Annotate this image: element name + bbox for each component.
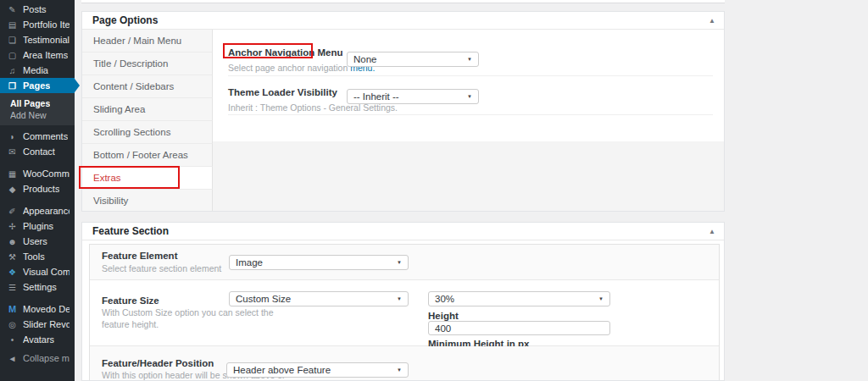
tab-sliding-area[interactable]: Sliding Area [82, 98, 213, 121]
sidebar-item-label: Tools [23, 251, 45, 262]
visual-composer-icon: ❖ [7, 268, 18, 277]
sidebar-item-label: Testimonial Items [23, 35, 70, 45]
sidebar-item-label: Appearance [23, 206, 70, 216]
tab-bottom-footer-areas[interactable]: Bottom / Footer Areas [82, 144, 213, 167]
submenu-item-add-new[interactable]: Add New [0, 109, 75, 121]
dropdown-caret-icon: ▼ [598, 296, 604, 301]
sidebar-item-label: Area Items [23, 50, 68, 60]
page-options-panel: Page Options ▲ Header / Main Menu Title … [81, 11, 725, 212]
submenu-item-label: All Pages [10, 98, 50, 108]
sidebar-item-visual-composer[interactable]: ❖Visual Composer [0, 264, 75, 279]
sidebar-item-label: Contact [23, 146, 55, 157]
wrench-icon: ⚒ [7, 252, 18, 262]
sidebar-item-pages[interactable]: ❐Pages [0, 78, 75, 93]
dropdown-caret-icon: ▼ [467, 57, 472, 62]
sidebar-item-label: Avatars [23, 334, 54, 345]
feature-element-desc: Select feature section element [102, 263, 221, 273]
sidebar-item-label: Slider Revolution [23, 319, 70, 329]
feature-element-row: Feature Element Select feature section e… [90, 245, 719, 280]
tab-content-sidebars[interactable]: Content / Sidebars [82, 75, 213, 98]
dropdown-caret-icon: ▼ [397, 367, 402, 373]
sidebar-item-portfolio-items[interactable]: ▤Portfolio Items [0, 17, 75, 32]
document-icon: ▢ [7, 51, 18, 60]
sidebar-item-tools[interactable]: ⚒Tools [0, 249, 75, 264]
sidebar-item-appearance[interactable]: ✐Appearance [0, 203, 75, 218]
submenu-item-all-pages[interactable]: All Pages [0, 97, 75, 109]
pages-submenu: All Pages Add New [0, 93, 75, 125]
media-icon: ♫ [7, 66, 18, 75]
collapse-menu-label: Collapse menu [23, 353, 70, 363]
page-options-header[interactable]: Page Options ▲ [82, 12, 724, 30]
feature-size-desc: With Custom Size option you can select t… [102, 307, 281, 330]
product-box-icon: ◆ [7, 185, 18, 194]
sidebar-item-settings[interactable]: ☰Settings [0, 279, 75, 295]
sidebar-item-label: Comments [23, 131, 68, 141]
sidebar-item-label: Visual Composer [23, 267, 70, 277]
sidebar-item-label: Posts [23, 4, 47, 14]
portfolio-icon: ▤ [7, 20, 18, 30]
feature-section-header[interactable]: Feature Section ▲ [82, 223, 724, 240]
wordpress-admin-screen: ✎Posts ▤Portfolio Items ❏Testimonial Ite… [0, 0, 868, 381]
field-divider [228, 75, 713, 76]
sidebar-item-testimonial-items[interactable]: ❏Testimonial Items [0, 32, 75, 47]
feature-element-select[interactable]: Image▼ [229, 255, 409, 270]
tab-scrolling-sections[interactable]: Scrolling Sections [82, 121, 213, 144]
tab-visibility[interactable]: Visibility [82, 190, 213, 212]
tab-extras[interactable]: Extras [82, 167, 213, 190]
feature-height-input[interactable] [428, 321, 610, 335]
testimonial-icon: ❏ [7, 36, 18, 45]
settings-icon: ☰ [7, 283, 18, 292]
anchor-navigation-menu-select[interactable]: None▼ [347, 52, 479, 67]
sidebar-item-users[interactable]: ☻Users [0, 234, 75, 249]
collapse-menu-button[interactable]: ◄Collapse menu [0, 351, 75, 366]
menu-separator [0, 295, 75, 301]
sidebar-item-label: Users [23, 236, 47, 246]
panel-title: Feature Section [92, 225, 169, 237]
sidebar-item-label: Settings [23, 282, 57, 292]
sidebar-item-woocommerce[interactable]: ▦WooCommerce [0, 166, 75, 181]
panel-title: Page Options [92, 14, 158, 26]
theme-loader-visibility-select[interactable]: -- Inherit --▼ [347, 89, 479, 104]
feature-header-position-row: Feature/Header Position With this option… [90, 346, 719, 381]
pushpin-icon: ✎ [7, 5, 18, 14]
sidebar-item-movedo-demos[interactable]: MMovedo Demos [0, 301, 75, 317]
sidebar-item-slider-revolution[interactable]: ◎Slider Revolution [0, 317, 75, 332]
sidebar-item-label: Products [23, 184, 59, 194]
sidebar-item-plugins[interactable]: ✢Plugins [0, 218, 75, 234]
movedo-logo-icon: M [7, 304, 18, 314]
field-divider [228, 114, 713, 115]
feature-size-percent-select[interactable]: 30%▼ [428, 291, 610, 306]
collapse-arrow-icon: ◄ [7, 354, 18, 363]
sidebar-item-products[interactable]: ◆Products [0, 181, 75, 196]
feature-size-mode-select[interactable]: Custom Size▼ [229, 291, 409, 306]
sidebar-item-comments[interactable]: ◗Comments [0, 129, 75, 144]
admin-sidebar: ✎Posts ▤Portfolio Items ❏Testimonial Ite… [0, 0, 75, 381]
feature-header-position-select[interactable]: Header above Feature▼ [226, 362, 409, 378]
sidebar-item-label: Portfolio Items [23, 19, 70, 30]
height-label: Height [428, 311, 459, 321]
tab-title-description[interactable]: Title / Description [82, 52, 213, 75]
dropdown-caret-icon: ▼ [397, 260, 402, 265]
feature-header-position-label: Feature/Header Position [102, 358, 214, 368]
dropdown-caret-icon: ▼ [397, 296, 402, 301]
collapse-panel-icon[interactable]: ▲ [709, 12, 715, 30]
feature-section-fields-container: Feature Element Select feature section e… [89, 244, 720, 381]
sidebar-item-media[interactable]: ♫Media [0, 63, 75, 78]
previous-panel-edge [81, 0, 725, 3]
active-menu-arrow [75, 79, 80, 92]
sidebar-item-avatars[interactable]: •Avatars [0, 332, 75, 347]
envelope-icon: ✉ [7, 147, 18, 157]
menu-separator [0, 196, 75, 203]
slider-revolution-icon: ◎ [7, 320, 18, 329]
theme-loader-visibility-label: Theme Loader Visibility [228, 87, 337, 97]
feature-size-row: Custom Size▼ 30%▼ Feature Size With Cust… [90, 280, 719, 346]
sidebar-item-posts[interactable]: ✎Posts [0, 2, 75, 17]
collapse-panel-icon[interactable]: ▲ [709, 223, 715, 240]
sidebar-item-contact[interactable]: ✉Contact [0, 144, 75, 159]
sidebar-item-label: Plugins [23, 221, 53, 231]
sidebar-item-label: Pages [23, 80, 50, 91]
pages-icon: ❐ [7, 81, 18, 91]
sidebar-item-area-items[interactable]: ▢Area Items [0, 47, 75, 63]
tab-header-main-menu[interactable]: Header / Main Menu [82, 30, 213, 52]
plugin-icon: ✢ [7, 222, 18, 231]
